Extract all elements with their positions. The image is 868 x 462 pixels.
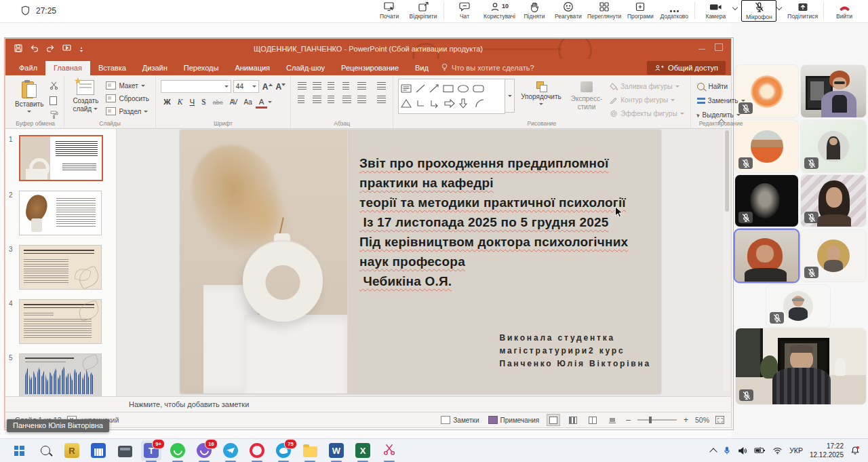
fit-slide-button[interactable] xyxy=(715,416,724,424)
shape-effects-button[interactable]: Эффекты фигуры xyxy=(608,109,685,119)
participant-tile-6[interactable] xyxy=(801,175,866,227)
new-slide-button[interactable]: Создатьслайд xyxy=(69,79,102,114)
shapes-gallery-scroll[interactable] xyxy=(505,79,515,113)
bullets-icon[interactable] xyxy=(298,82,307,90)
font-color-button[interactable]: А xyxy=(256,97,267,107)
find-button[interactable]: Найти xyxy=(696,81,747,92)
tab-insert[interactable]: Вставка xyxy=(90,61,134,75)
thumbnail-slide-3[interactable]: 3 xyxy=(9,245,116,290)
font-color-dropdown[interactable] xyxy=(268,101,272,103)
replace-button[interactable]: Заменить xyxy=(696,96,747,106)
zoom-in-button[interactable]: + xyxy=(683,415,689,425)
shrink-font-button[interactable]: А xyxy=(275,82,286,92)
change-case-button[interactable]: Аа xyxy=(241,98,255,107)
thumbnail-slide-5[interactable]: 5 xyxy=(9,353,116,396)
strikethrough-button[interactable]: abc xyxy=(210,98,226,107)
align-right-icon[interactable] xyxy=(328,96,336,103)
reading-view-button[interactable] xyxy=(586,414,599,426)
camera-button[interactable]: Камера xyxy=(698,0,732,20)
tab-animations[interactable]: Анимация xyxy=(226,61,278,75)
r-app-button[interactable]: R xyxy=(63,442,81,459)
tab-slideshow[interactable]: Слайд-шоу xyxy=(278,61,333,75)
tray-microphone-icon[interactable] xyxy=(723,446,731,455)
grow-font-button[interactable]: А xyxy=(261,82,273,92)
text-direction-icon[interactable] xyxy=(377,82,386,90)
word-button[interactable]: W xyxy=(328,442,345,459)
slideshow-view-button[interactable] xyxy=(606,414,619,426)
slide-text-area[interactable]: Звіт про проходження преддипломної практ… xyxy=(348,130,660,393)
participant-tile-8[interactable] xyxy=(801,230,866,282)
apps-button[interactable]: Програми xyxy=(623,0,657,20)
opera-button[interactable] xyxy=(248,442,266,459)
tray-wifi-icon[interactable] xyxy=(772,446,783,455)
align-center-icon[interactable] xyxy=(313,96,321,103)
copy-icon[interactable] xyxy=(50,96,57,105)
slide-canvas[interactable]: Звіт про проходження преддипломної практ… xyxy=(180,130,660,393)
unpin-button[interactable]: Відкріпити xyxy=(406,0,440,20)
participant-tile-9[interactable] xyxy=(766,285,830,327)
notes-pane[interactable]: Нажмите, чтобы добавить заметки xyxy=(5,396,731,412)
tray-battery-icon[interactable] xyxy=(754,446,766,455)
shape-outline-button[interactable]: Контур фигуры xyxy=(608,95,685,105)
viber-button[interactable]: 16 xyxy=(195,442,213,459)
bold-button[interactable]: Ж xyxy=(161,97,174,107)
tray-expand-chevron[interactable] xyxy=(711,447,716,455)
leave-button[interactable]: Вийти xyxy=(827,0,861,20)
participant-tile-4[interactable] xyxy=(801,120,866,172)
minimize-icon[interactable] xyxy=(698,43,705,50)
tab-view[interactable]: Вид xyxy=(407,61,437,75)
zoom-slider[interactable] xyxy=(637,419,677,421)
microphone-button[interactable]: Мікрофон xyxy=(741,0,776,22)
align-left-icon[interactable] xyxy=(298,96,307,103)
file-explorer-button[interactable] xyxy=(301,442,319,459)
restore-icon[interactable] xyxy=(715,43,723,51)
participants-button[interactable]: 10 Користувачі xyxy=(481,0,517,20)
slide-sorter-view-button[interactable] xyxy=(566,414,580,426)
tab-home[interactable]: Главная xyxy=(45,61,90,75)
dark-app-button[interactable] xyxy=(116,442,134,459)
reset-button[interactable]: Сбросить xyxy=(104,93,150,104)
tray-clock[interactable]: 17:2212.12.2025 xyxy=(810,442,844,459)
react-button[interactable]: Реагувати xyxy=(551,0,585,20)
snipping-tool-button[interactable] xyxy=(380,442,398,459)
tell-me-box[interactable]: Что вы хотите сделать? xyxy=(437,63,538,75)
thumbnail-slide-4[interactable]: 4 xyxy=(9,299,116,344)
whatsapp-button[interactable] xyxy=(169,442,186,459)
thumbnail-preview[interactable] xyxy=(19,135,103,181)
thumbnail-preview[interactable] xyxy=(19,245,102,290)
font-name-combo[interactable] xyxy=(161,80,231,93)
tray-speaker-icon[interactable] xyxy=(738,446,747,455)
tab-review[interactable]: Рецензирование xyxy=(333,61,407,75)
thumbnail-slide-2[interactable]: 2 xyxy=(9,191,116,235)
font-size-combo[interactable]: 44 xyxy=(233,80,259,93)
share-button[interactable]: Поділитися xyxy=(785,0,820,20)
arrange-button[interactable]: Упорядочить xyxy=(517,79,565,107)
raise-hand-button[interactable]: Підняти xyxy=(517,0,551,20)
slide-scrollbar[interactable] xyxy=(724,130,730,391)
view-button[interactable]: Переглянути xyxy=(585,0,623,20)
shape-fill-button[interactable]: Заливка фигуры xyxy=(608,81,685,92)
thumbnail-preview[interactable] xyxy=(19,191,102,235)
participant-tile-5[interactable] xyxy=(735,175,798,227)
increase-indent-icon[interactable] xyxy=(342,82,351,90)
normal-view-button[interactable] xyxy=(547,414,560,426)
camera-options-chevron[interactable] xyxy=(732,5,738,10)
start-button[interactable] xyxy=(10,442,28,459)
bird-app-button[interactable]: 75 xyxy=(275,442,292,459)
section-button[interactable]: Раздел xyxy=(104,106,150,117)
save-icon[interactable] xyxy=(14,43,22,55)
share-document-button[interactable]: Общий доступ xyxy=(647,61,726,75)
cut-icon[interactable] xyxy=(50,80,59,92)
calculator-button[interactable] xyxy=(90,442,107,459)
undo-icon[interactable] xyxy=(30,43,39,55)
teams-app-button[interactable]: T9+ xyxy=(142,442,160,459)
zoom-slider-thumb[interactable] xyxy=(649,417,652,423)
search-button[interactable] xyxy=(37,442,54,459)
zoom-out-button[interactable]: – xyxy=(625,415,631,425)
chat-button[interactable]: Чат xyxy=(448,0,481,20)
tab-design[interactable]: Дизайн xyxy=(134,61,176,75)
line-spacing-icon[interactable] xyxy=(357,82,366,90)
layout-button[interactable]: Макет xyxy=(104,80,150,91)
shapes-gallery[interactable] xyxy=(398,79,505,114)
meeting-info[interactable]: 27:25 xyxy=(20,5,56,16)
